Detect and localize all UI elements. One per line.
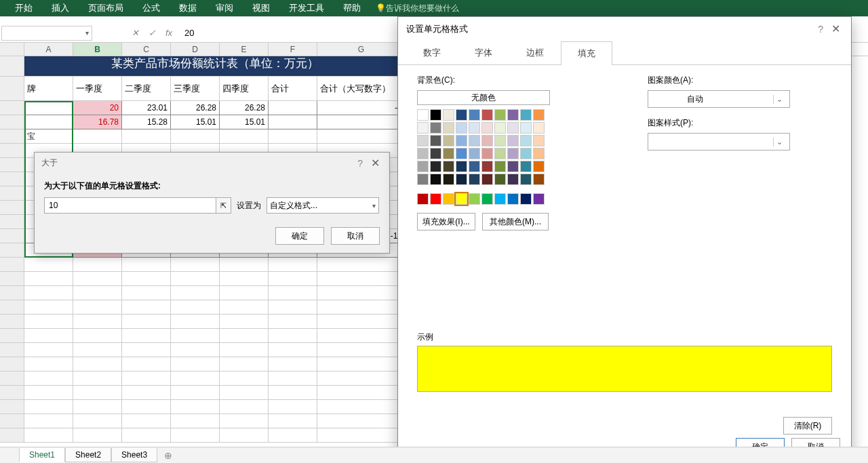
sheet-tab-Sheet3[interactable]: Sheet3 [111, 448, 157, 462]
ribbon-tab-页面布局[interactable]: 页面布局 [79, 0, 133, 16]
color-swatch[interactable] [469, 109, 480, 121]
cell[interactable] [171, 329, 220, 343]
cell[interactable]: 23.01 [122, 101, 171, 115]
cell[interactable] [220, 329, 269, 343]
color-swatch[interactable] [417, 122, 429, 134]
color-swatch[interactable] [494, 109, 506, 121]
cell[interactable] [317, 315, 406, 329]
select-all-corner[interactable] [0, 43, 24, 56]
cell[interactable] [171, 272, 220, 286]
cell[interactable] [269, 101, 317, 115]
cell[interactable] [171, 129, 220, 144]
color-swatch[interactable] [533, 148, 545, 159]
color-swatch[interactable] [417, 174, 429, 185]
cell[interactable] [220, 386, 269, 400]
fx-icon[interactable]: fx [165, 28, 172, 38]
cell[interactable] [171, 400, 220, 414]
cell[interactable] [24, 428, 73, 443]
color-swatch[interactable] [443, 161, 454, 172]
color-swatch[interactable] [481, 135, 493, 146]
cell[interactable] [317, 272, 406, 286]
color-swatch[interactable] [417, 109, 429, 121]
pattern-style-select[interactable]: ⌄ [648, 133, 790, 150]
color-swatch[interactable] [443, 174, 454, 185]
color-swatch[interactable] [469, 193, 480, 205]
cell[interactable] [122, 315, 171, 329]
cell[interactable] [24, 329, 73, 343]
cell[interactable] [171, 357, 220, 371]
cell[interactable] [24, 115, 73, 129]
row-header[interactable] [0, 272, 24, 286]
color-swatch[interactable] [533, 109, 545, 121]
cell[interactable] [269, 371, 317, 386]
cell[interactable] [269, 357, 317, 371]
color-swatch[interactable] [417, 161, 429, 172]
cell[interactable] [122, 357, 171, 371]
row-header[interactable] [0, 300, 24, 315]
color-swatch[interactable] [430, 135, 441, 146]
cancel-formula-icon[interactable]: ✕ [132, 28, 139, 38]
cell[interactable] [73, 315, 122, 329]
cell[interactable] [220, 272, 269, 286]
format-tab-填充[interactable]: 填充 [561, 41, 612, 65]
cell[interactable] [220, 414, 269, 428]
color-swatch[interactable] [456, 135, 467, 146]
chevron-down-icon[interactable]: ▾ [85, 29, 89, 37]
cell[interactable] [269, 343, 317, 357]
cell[interactable] [220, 258, 269, 272]
cell[interactable] [269, 115, 317, 129]
color-swatch[interactable] [430, 109, 441, 121]
cell[interactable] [171, 258, 220, 272]
cell[interactable] [317, 129, 406, 144]
color-swatch[interactable] [507, 109, 519, 121]
cell[interactable] [269, 286, 317, 300]
cell[interactable]: 26.28 [171, 101, 220, 115]
cell[interactable] [24, 300, 73, 315]
cell[interactable] [220, 286, 269, 300]
cell[interactable] [220, 129, 269, 144]
col-header-E[interactable]: E [220, 43, 269, 56]
color-swatch[interactable] [469, 148, 480, 159]
cell[interactable] [122, 129, 171, 144]
cell[interactable] [171, 428, 220, 443]
cell[interactable] [122, 343, 171, 357]
cell[interactable]: 7 [317, 115, 406, 129]
cell[interactable] [24, 400, 73, 414]
col-header-F[interactable]: F [269, 43, 317, 56]
cell[interactable] [171, 386, 220, 400]
cell[interactable] [122, 286, 171, 300]
color-swatch[interactable] [520, 122, 532, 134]
color-swatch[interactable] [456, 148, 467, 159]
row-header[interactable] [0, 144, 24, 158]
color-swatch[interactable] [456, 161, 467, 172]
cell[interactable] [317, 414, 406, 428]
col-header-G[interactable]: G [317, 43, 406, 56]
row-header[interactable] [0, 229, 24, 243]
cell[interactable] [24, 343, 73, 357]
cell[interactable] [269, 428, 317, 443]
color-swatch[interactable] [520, 135, 532, 146]
cell[interactable] [73, 357, 122, 371]
color-swatch[interactable] [533, 161, 545, 172]
cell[interactable] [220, 400, 269, 414]
cell[interactable] [171, 315, 220, 329]
color-swatch[interactable] [443, 193, 454, 205]
row-header[interactable] [0, 428, 24, 443]
color-swatch[interactable] [520, 109, 532, 121]
format-select[interactable]: 自定义格式... ▾ [267, 197, 379, 214]
color-swatch[interactable] [494, 135, 506, 146]
color-swatch[interactable] [417, 193, 429, 205]
cell[interactable] [73, 272, 122, 286]
cell[interactable] [73, 129, 122, 144]
color-swatch[interactable] [430, 148, 441, 159]
cell[interactable] [73, 414, 122, 428]
row-header[interactable] [0, 129, 24, 144]
cell[interactable] [269, 272, 317, 286]
color-swatch[interactable] [494, 148, 506, 159]
cell[interactable]: -5 [317, 101, 406, 115]
color-swatch[interactable] [494, 174, 506, 185]
cell[interactable] [24, 315, 73, 329]
row-header[interactable] [0, 115, 24, 129]
cell[interactable] [171, 343, 220, 357]
col-header-A[interactable]: A [24, 43, 73, 56]
